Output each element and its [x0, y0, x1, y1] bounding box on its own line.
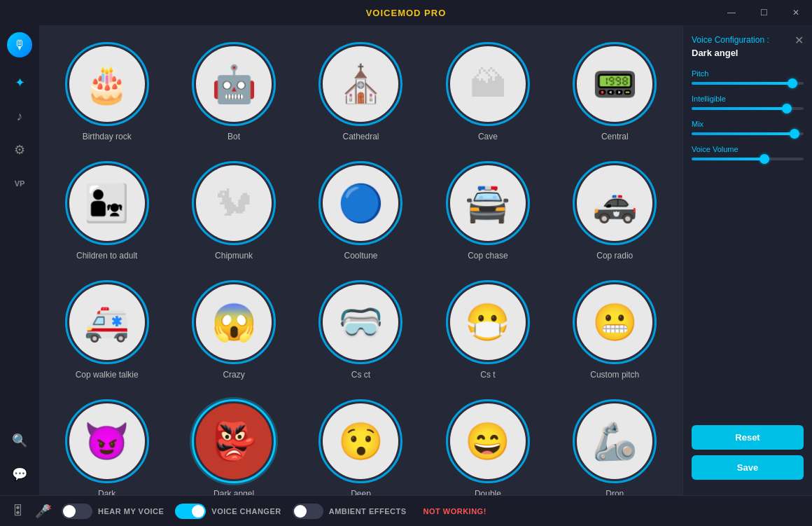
sidebar-item-settings[interactable]: ⚙	[6, 136, 34, 164]
voice-circle-inner-double: 😄	[450, 403, 526, 479]
voice-label-crazy: Crazy	[223, 370, 244, 380]
voice-item-chipmunk[interactable]: 🐿 Chipmunk	[174, 155, 293, 266]
voice-circle-inner-dron: 🦾	[577, 403, 652, 479]
close-button[interactable]: ✕	[780, 0, 812, 25]
voice-emoji-cop-walkie-talkie: 🚑	[84, 301, 130, 344]
sidebar: 🎙 ✦ ♪ ⚙ VP 🔍 💬	[0, 25, 39, 495]
voice-changer-knob	[192, 505, 204, 518]
voice-label-custom-pitch: Custom pitch	[590, 370, 639, 380]
voice-item-custom-pitch[interactable]: 😬 Custom pitch	[556, 275, 674, 385]
reset-button[interactable]: Reset	[692, 425, 804, 450]
voice-circle-inner-cave: 🏔	[450, 46, 526, 122]
title-bar: VOICEMOD PRO — ☐ ✕	[0, 0, 812, 25]
voice-item-double[interactable]: 😄 Double	[428, 394, 547, 495]
sidebar-item-music[interactable]: ♪	[6, 102, 34, 130]
bottom-bar: 🎛 🎤✕ HEAR MY VOICE VOICE CHANGER AMBIENT…	[0, 495, 812, 526]
voice-circle-deep: 😯	[318, 399, 402, 483]
voice-emoji-crazy: 😱	[211, 301, 257, 344]
intelligible-label: Intelligible	[692, 95, 804, 103]
voice-emoji-double: 😄	[465, 420, 510, 463]
sidebar-item-vp[interactable]: VP	[6, 169, 34, 198]
ambient-effects-toggle[interactable]	[293, 504, 323, 519]
voice-item-cop-chase[interactable]: 🚔 Cop chase	[428, 155, 547, 266]
voice-circle-double: 😄	[446, 399, 530, 483]
voice-circle-inner-dark-angel: 👺	[196, 403, 272, 479]
voice-emoji-cathedral: ⛪	[338, 63, 384, 106]
intelligible-slider[interactable]	[692, 107, 804, 110]
voice-label-dark: Dark	[98, 489, 115, 495]
voice-circle-inner-bot: 🤖	[196, 46, 272, 122]
voice-item-cooltune[interactable]: 🔵 Cooltune	[302, 155, 420, 266]
pitch-thumb[interactable]	[788, 78, 797, 88]
voice-item-crazy[interactable]: 😱 Crazy	[174, 275, 293, 385]
voice-emoji-deep: 😯	[338, 420, 384, 463]
minimize-button[interactable]: —	[715, 0, 748, 25]
voice-emoji-children-to-adult: 👨‍👧	[84, 182, 130, 225]
voice-emoji-dark: 😈	[84, 420, 130, 463]
mic-mute-icon[interactable]: 🎤✕	[35, 504, 50, 519]
close-config-button[interactable]: ✕	[794, 35, 804, 46]
chat-icon: 💬	[12, 466, 27, 482]
voice-emoji-cooltune: 🔵	[338, 182, 384, 225]
app-title: VOICEMOD PRO	[366, 8, 447, 18]
voice-circle-cop-walkie-talkie: 🚑	[65, 280, 149, 364]
voice-emoji-central: 📟	[592, 63, 638, 106]
voice-circle-birthday-rock: 🎂	[65, 42, 149, 126]
voice-circle-inner-birthday-rock: 🎂	[69, 46, 145, 122]
voice-emoji-chipmunk: 🐿	[216, 182, 252, 224]
voice-item-cop-walkie-talkie[interactable]: 🚑 Cop walkie talkie	[48, 275, 166, 385]
voice-volume-slider[interactable]	[692, 158, 804, 160]
sidebar-item-effects[interactable]: ✦	[6, 69, 34, 97]
sidebar-item-chat[interactable]: 💬	[6, 460, 34, 488]
voice-item-cs-ct[interactable]: 🥽 Cs ct	[302, 275, 420, 385]
voice-emoji-custom-pitch: 😬	[592, 301, 638, 344]
voice-circle-inner-cop-walkie-talkie: 🚑	[69, 284, 145, 360]
voice-item-dark[interactable]: 😈 Dark	[48, 394, 166, 495]
voice-item-bot[interactable]: 🤖 Bot	[174, 36, 293, 147]
voice-circle-inner-chipmunk: 🐿	[196, 165, 272, 241]
save-button[interactable]: Save	[692, 455, 804, 480]
voice-label-children-to-adult: Children to adult	[76, 251, 137, 261]
voice-item-dron[interactable]: 🦾 Dron	[556, 394, 674, 495]
voice-item-birthday-rock[interactable]: 🎂 Birthday rock	[48, 36, 166, 147]
voice-item-children-to-adult[interactable]: 👨‍👧 Children to adult	[48, 155, 166, 266]
voice-label-cop-radio: Cop radio	[596, 251, 633, 261]
not-working-label: NOT WORKING!	[424, 507, 486, 515]
maximize-button[interactable]: ☐	[748, 0, 780, 25]
mixer-icon[interactable]: 🎛	[11, 504, 24, 518]
right-panel: Voice Configuration : Dark angel ✕ Pitch…	[682, 25, 812, 495]
hear-my-voice-toggle[interactable]	[62, 504, 92, 519]
pitch-section: Pitch	[692, 69, 804, 85]
pitch-slider[interactable]	[692, 82, 804, 85]
voice-changer-toggle[interactable]	[175, 504, 206, 519]
voice-circle-dark-angel: 👺	[192, 399, 276, 483]
voice-item-cave[interactable]: 🏔 Cave	[428, 36, 547, 147]
voice-volume-thumb[interactable]	[760, 154, 769, 164]
voice-item-cs-t[interactable]: 😷 Cs t	[428, 275, 547, 385]
voice-item-cathedral[interactable]: ⛪ Cathedral	[302, 36, 420, 147]
voice-grid-container[interactable]: 🎂 Birthday rock 🤖 Bot ⛪ Cathedral 🏔 Cave	[39, 25, 682, 495]
config-title-line1: Voice Configuration :	[692, 35, 769, 46]
voice-label-dark-angel: Dark angel	[214, 489, 254, 495]
mix-slider[interactable]	[692, 132, 804, 135]
voice-emoji-birthday-rock: 🎂	[84, 63, 130, 106]
mix-fill	[692, 132, 794, 135]
voice-label-cop-chase: Cop chase	[468, 251, 507, 261]
voice-item-deep[interactable]: 😯 Deep	[302, 394, 420, 495]
voice-label-central: Central	[601, 132, 629, 141]
voice-label-cs-ct: Cs ct	[351, 370, 370, 380]
voice-item-dark-angel[interactable]: 👺 Dark angel	[174, 394, 293, 495]
voice-circle-central: 📟	[573, 42, 657, 126]
voice-emoji-bot: 🤖	[211, 63, 257, 106]
ambient-effects-group: AMBIENT EFFECTS	[293, 504, 407, 519]
voice-emoji-cop-chase: 🚔	[465, 182, 510, 225]
ambient-effects-knob	[294, 505, 307, 518]
voice-circle-inner-custom-pitch: 😬	[577, 284, 652, 360]
sidebar-item-search[interactable]: 🔍	[6, 427, 34, 455]
voice-item-central[interactable]: 📟 Central	[556, 36, 674, 147]
music-icon: ♪	[17, 109, 23, 124]
mix-thumb[interactable]	[790, 129, 799, 139]
intelligible-thumb[interactable]	[782, 104, 792, 113]
voice-item-cop-radio[interactable]: 🚓 Cop radio	[556, 155, 674, 266]
voice-label-cop-walkie-talkie: Cop walkie talkie	[76, 370, 139, 380]
